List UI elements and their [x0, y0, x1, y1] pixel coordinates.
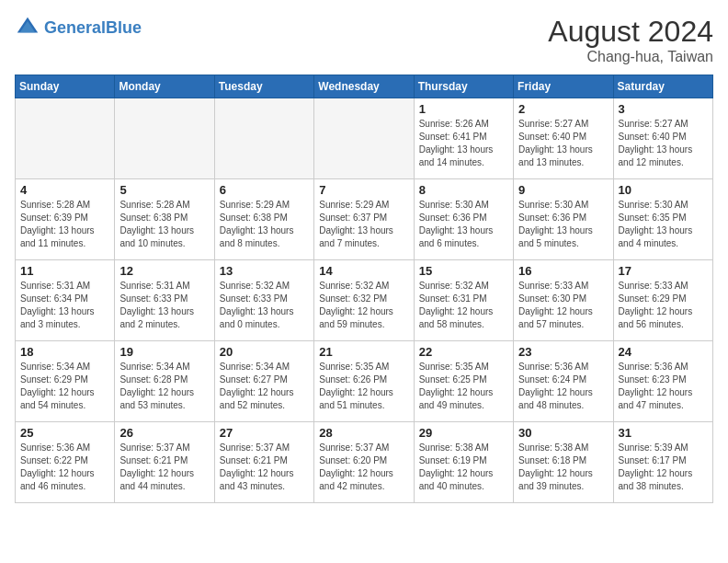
day-info: Sunrise: 5:27 AM Sunset: 6:40 PM Dayligh… [619, 118, 708, 169]
calendar-week-row: 25Sunrise: 5:36 AM Sunset: 6:22 PM Dayli… [16, 422, 713, 503]
day-number: 23 [518, 345, 608, 359]
day-info: Sunrise: 5:28 AM Sunset: 6:38 PM Dayligh… [119, 199, 209, 250]
day-number: 24 [619, 345, 708, 359]
day-number: 21 [319, 345, 408, 359]
calendar-cell: 13Sunrise: 5:32 AM Sunset: 6:33 PM Dayli… [214, 260, 313, 341]
calendar-cell: 12Sunrise: 5:31 AM Sunset: 6:33 PM Dayli… [115, 260, 214, 341]
day-info: Sunrise: 5:32 AM Sunset: 6:33 PM Dayligh… [220, 280, 309, 331]
day-info: Sunrise: 5:34 AM Sunset: 6:29 PM Dayligh… [20, 361, 109, 412]
day-number: 17 [619, 264, 708, 278]
calendar-cell: 27Sunrise: 5:37 AM Sunset: 6:21 PM Dayli… [214, 422, 313, 503]
calendar-table: SundayMondayTuesdayWednesdayThursdayFrid… [15, 75, 713, 503]
day-number: 30 [518, 426, 608, 440]
calendar-week-row: 18Sunrise: 5:34 AM Sunset: 6:29 PM Dayli… [16, 341, 713, 422]
day-number: 8 [419, 183, 508, 197]
day-number: 25 [20, 426, 109, 440]
location: Chang-hua, Taiwan [548, 49, 713, 65]
day-info: Sunrise: 5:31 AM Sunset: 6:33 PM Dayligh… [119, 280, 209, 331]
weekday-header: Friday [514, 75, 613, 98]
day-info: Sunrise: 5:31 AM Sunset: 6:34 PM Dayligh… [20, 280, 109, 331]
calendar-cell: 5Sunrise: 5:28 AM Sunset: 6:38 PM Daylig… [115, 179, 214, 260]
weekday-header-row: SundayMondayTuesdayWednesdayThursdayFrid… [16, 75, 713, 98]
calendar-cell: 1Sunrise: 5:26 AM Sunset: 6:41 PM Daylig… [414, 98, 513, 179]
calendar-cell: 31Sunrise: 5:39 AM Sunset: 6:17 PM Dayli… [613, 422, 712, 503]
calendar-cell: 9Sunrise: 5:30 AM Sunset: 6:36 PM Daylig… [514, 179, 613, 260]
day-info: Sunrise: 5:29 AM Sunset: 6:37 PM Dayligh… [319, 199, 408, 250]
calendar-cell: 19Sunrise: 5:34 AM Sunset: 6:28 PM Dayli… [115, 341, 214, 422]
calendar-cell: 18Sunrise: 5:34 AM Sunset: 6:29 PM Dayli… [16, 341, 115, 422]
day-info: Sunrise: 5:30 AM Sunset: 6:35 PM Dayligh… [619, 199, 708, 250]
day-number: 27 [220, 426, 309, 440]
day-info: Sunrise: 5:28 AM Sunset: 6:39 PM Dayligh… [20, 199, 109, 250]
day-info: Sunrise: 5:33 AM Sunset: 6:29 PM Dayligh… [619, 280, 708, 331]
calendar-cell: 26Sunrise: 5:37 AM Sunset: 6:21 PM Dayli… [115, 422, 214, 503]
day-info: Sunrise: 5:33 AM Sunset: 6:30 PM Dayligh… [518, 280, 608, 331]
page-header: GeneralBlue August 2024 Chang-hua, Taiwa… [15, 15, 713, 65]
day-info: Sunrise: 5:38 AM Sunset: 6:19 PM Dayligh… [419, 442, 508, 493]
day-number: 29 [419, 426, 508, 440]
calendar-week-row: 1Sunrise: 5:26 AM Sunset: 6:41 PM Daylig… [16, 98, 713, 179]
title-block: August 2024 Chang-hua, Taiwan [548, 15, 713, 65]
day-number: 2 [518, 102, 608, 116]
calendar-cell: 24Sunrise: 5:36 AM Sunset: 6:23 PM Dayli… [613, 341, 712, 422]
calendar-cell [115, 98, 214, 179]
day-info: Sunrise: 5:34 AM Sunset: 6:28 PM Dayligh… [119, 361, 209, 412]
day-number: 1 [419, 102, 508, 116]
day-number: 13 [220, 264, 309, 278]
day-number: 18 [20, 345, 109, 359]
calendar-cell: 3Sunrise: 5:27 AM Sunset: 6:40 PM Daylig… [613, 98, 712, 179]
day-info: Sunrise: 5:35 AM Sunset: 6:26 PM Dayligh… [319, 361, 408, 412]
day-number: 28 [319, 426, 408, 440]
day-number: 11 [20, 264, 109, 278]
month-year: August 2024 [548, 15, 713, 49]
calendar-cell: 14Sunrise: 5:32 AM Sunset: 6:32 PM Dayli… [314, 260, 414, 341]
day-number: 10 [619, 183, 708, 197]
calendar-cell: 6Sunrise: 5:29 AM Sunset: 6:38 PM Daylig… [214, 179, 313, 260]
day-info: Sunrise: 5:39 AM Sunset: 6:17 PM Dayligh… [619, 442, 708, 493]
day-info: Sunrise: 5:34 AM Sunset: 6:27 PM Dayligh… [220, 361, 309, 412]
calendar-cell: 29Sunrise: 5:38 AM Sunset: 6:19 PM Dayli… [414, 422, 513, 503]
day-info: Sunrise: 5:38 AM Sunset: 6:18 PM Dayligh… [518, 442, 608, 493]
calendar-cell: 7Sunrise: 5:29 AM Sunset: 6:37 PM Daylig… [314, 179, 414, 260]
day-info: Sunrise: 5:30 AM Sunset: 6:36 PM Dayligh… [518, 199, 608, 250]
calendar-cell: 20Sunrise: 5:34 AM Sunset: 6:27 PM Dayli… [214, 341, 313, 422]
weekday-header: Monday [115, 75, 214, 98]
calendar-cell: 2Sunrise: 5:27 AM Sunset: 6:40 PM Daylig… [514, 98, 613, 179]
calendar-cell: 25Sunrise: 5:36 AM Sunset: 6:22 PM Dayli… [16, 422, 115, 503]
weekday-header: Wednesday [314, 75, 414, 98]
day-number: 31 [619, 426, 708, 440]
day-info: Sunrise: 5:30 AM Sunset: 6:36 PM Dayligh… [419, 199, 508, 250]
calendar-cell: 21Sunrise: 5:35 AM Sunset: 6:26 PM Dayli… [314, 341, 414, 422]
weekday-header: Thursday [414, 75, 513, 98]
day-number: 4 [20, 183, 109, 197]
day-info: Sunrise: 5:27 AM Sunset: 6:40 PM Dayligh… [518, 118, 608, 169]
calendar-cell [16, 98, 115, 179]
day-number: 15 [419, 264, 508, 278]
day-info: Sunrise: 5:32 AM Sunset: 6:32 PM Dayligh… [319, 280, 408, 331]
day-info: Sunrise: 5:37 AM Sunset: 6:21 PM Dayligh… [220, 442, 309, 493]
day-number: 16 [518, 264, 608, 278]
day-info: Sunrise: 5:35 AM Sunset: 6:25 PM Dayligh… [419, 361, 508, 412]
day-info: Sunrise: 5:36 AM Sunset: 6:24 PM Dayligh… [518, 361, 608, 412]
day-info: Sunrise: 5:26 AM Sunset: 6:41 PM Dayligh… [419, 118, 508, 169]
day-number: 19 [119, 345, 209, 359]
calendar-cell [214, 98, 313, 179]
logo-text: GeneralBlue [44, 18, 142, 38]
calendar-cell: 15Sunrise: 5:32 AM Sunset: 6:31 PM Dayli… [414, 260, 513, 341]
day-number: 5 [119, 183, 209, 197]
day-number: 9 [518, 183, 608, 197]
day-number: 20 [220, 345, 309, 359]
calendar-cell: 11Sunrise: 5:31 AM Sunset: 6:34 PM Dayli… [16, 260, 115, 341]
day-number: 14 [319, 264, 408, 278]
calendar-cell: 28Sunrise: 5:37 AM Sunset: 6:20 PM Dayli… [314, 422, 414, 503]
day-number: 22 [419, 345, 508, 359]
calendar-week-row: 4Sunrise: 5:28 AM Sunset: 6:39 PM Daylig… [16, 179, 713, 260]
calendar-cell: 23Sunrise: 5:36 AM Sunset: 6:24 PM Dayli… [514, 341, 613, 422]
calendar-cell: 22Sunrise: 5:35 AM Sunset: 6:25 PM Dayli… [414, 341, 513, 422]
logo-general: General [44, 18, 106, 37]
weekday-header: Tuesday [214, 75, 313, 98]
day-info: Sunrise: 5:37 AM Sunset: 6:20 PM Dayligh… [319, 442, 408, 493]
day-number: 12 [119, 264, 209, 278]
calendar-cell: 30Sunrise: 5:38 AM Sunset: 6:18 PM Dayli… [514, 422, 613, 503]
logo-blue: Blue [106, 18, 142, 37]
